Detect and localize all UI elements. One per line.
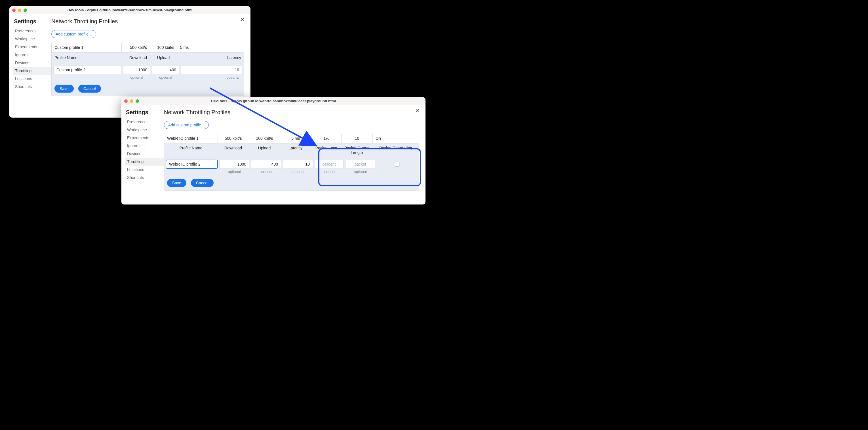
sidebar-item-shortcuts[interactable]: Shortcuts (13, 83, 51, 91)
upload-hint: optional (152, 75, 179, 80)
latency-input[interactable]: 10 (181, 66, 242, 74)
save-button[interactable]: Save (167, 179, 186, 187)
col-packet-loss: Packet Loss (311, 143, 341, 152)
sidebar-item-throttling[interactable]: Throttling (13, 67, 51, 75)
traffic-lights (12, 8, 27, 12)
zoom-dot-icon[interactable] (24, 8, 27, 12)
upload-hint: optional (251, 170, 281, 174)
profile-name-cell: WebRTC profile 1 (164, 134, 218, 143)
packet-loss-input[interactable]: percent (315, 160, 343, 168)
sidebar-item-workspace[interactable]: Workspace (125, 126, 164, 134)
close-icon[interactable]: ✕ (415, 108, 420, 113)
traffic-lights (124, 99, 139, 103)
table-row[interactable]: Custom profile 1 500 kbit/s 100 kbit/s 5… (52, 42, 244, 53)
col-download: Download (218, 143, 249, 152)
upload-input[interactable]: 400 (152, 66, 179, 74)
sidebar-item-preferences[interactable]: Preferences (13, 27, 51, 35)
zoom-dot-icon[interactable] (135, 99, 139, 103)
table-header-row: Profile Name Download Upload Latency (52, 53, 244, 63)
titlebar: DevTools - orphis.github.io/webrtc-sandb… (9, 6, 250, 14)
packet-loss-hint: optional (315, 170, 343, 174)
col-latency: Latency (280, 143, 311, 152)
latency-hint: optional (181, 75, 242, 80)
packet-reordering-cell: On (372, 134, 419, 143)
main-panel: ✕ Network Throttling Profiles Add custom… (164, 105, 426, 204)
profile-name-cell: Custom profile 1 (52, 43, 121, 52)
table-row[interactable]: WebRTC profile 1 500 kbit/s 100 kbit/s 5… (164, 133, 419, 143)
throttling-profiles-table: Custom profile 1 500 kbit/s 100 kbit/s 5… (51, 42, 244, 96)
edit-row: Custom profile 2 1000 400 10 (52, 63, 244, 75)
sidebar-item-shortcuts[interactable]: Shortcuts (125, 174, 164, 181)
col-profile-name: Profile Name (164, 143, 218, 152)
upload-cell: 100 kbit/s (150, 43, 177, 52)
edit-row: WebRTC profile 2 1000 400 10 percent pac… (164, 157, 419, 170)
hints-row: optional optional optional optional opti… (164, 170, 419, 177)
latency-hint: optional (283, 170, 313, 174)
download-cell: 500 kbit/s (121, 43, 150, 52)
sidebar-item-preferences[interactable]: Preferences (125, 118, 164, 126)
settings-heading: Settings (125, 109, 164, 116)
profile-name-input[interactable]: WebRTC profile 2 (166, 160, 218, 168)
devtools-window-after: DevTools - orphis.github.io/webrtc-sandb… (121, 97, 426, 204)
packet-queue-cell: 10 (341, 134, 372, 143)
sidebar-item-throttling[interactable]: Throttling (125, 157, 164, 166)
settings-heading: Settings (13, 18, 51, 25)
minimize-dot-icon[interactable] (130, 99, 133, 103)
packet-loss-cell: 1% (311, 134, 341, 143)
col-latency: Latency (177, 53, 244, 62)
add-custom-profile-button[interactable]: Add custom profile... (51, 30, 96, 38)
minimize-dot-icon[interactable] (18, 8, 21, 12)
col-packet-queue: Packet Queue Length (341, 143, 372, 157)
table-header-row: Profile Name Download Upload Latency Pac… (164, 143, 419, 157)
download-hint: optional (123, 75, 150, 80)
settings-sidebar: Settings Preferences Workspace Experimen… (121, 105, 164, 204)
sidebar-item-locations[interactable]: Locations (13, 75, 51, 83)
close-dot-icon[interactable] (124, 99, 128, 103)
upload-input[interactable]: 400 (251, 160, 281, 168)
col-profile-name: Profile Name (52, 53, 121, 62)
titlebar: DevTools - orphis.github.io/webrtc-sandb… (121, 97, 426, 105)
sidebar-item-experiments[interactable]: Experiments (13, 43, 51, 51)
sidebar-item-devices[interactable]: Devices (125, 150, 164, 157)
download-hint: optional (219, 170, 249, 174)
hints-row: optional optional optional (52, 75, 244, 82)
sidebar-item-ignore-list[interactable]: Ignore List (125, 142, 164, 150)
download-input[interactable]: 1000 (123, 66, 150, 74)
download-input[interactable]: 1000 (219, 160, 249, 168)
sidebar-item-ignore-list[interactable]: Ignore List (13, 51, 51, 59)
sidebar-item-workspace[interactable]: Workspace (13, 35, 51, 43)
window-title: DevTools - orphis.github.io/webrtc-sandb… (9, 8, 250, 12)
save-button[interactable]: Save (55, 85, 74, 93)
throttling-profiles-table: WebRTC profile 1 500 kbit/s 100 kbit/s 5… (164, 133, 419, 191)
close-dot-icon[interactable] (12, 8, 16, 12)
window-title: DevTools - orphis.github.io/webrtc-sandb… (121, 99, 426, 103)
add-custom-profile-button[interactable]: Add custom profile... (164, 121, 209, 129)
cancel-button[interactable]: Cancel (78, 85, 101, 93)
upload-cell: 100 kbit/s (249, 134, 280, 143)
latency-cell: 5 ms (280, 134, 311, 143)
page-title: Network Throttling Profiles (51, 18, 244, 27)
packet-reordering-checkbox[interactable] (395, 162, 399, 166)
settings-sidebar: Settings Preferences Workspace Experimen… (9, 14, 51, 118)
col-upload: Upload (249, 143, 280, 152)
col-upload: Upload (150, 53, 177, 62)
packet-queue-input[interactable]: packet (345, 160, 375, 168)
latency-input[interactable]: 10 (283, 160, 313, 168)
cancel-button[interactable]: Cancel (191, 179, 214, 187)
button-row: Save Cancel (164, 177, 419, 190)
button-row: Save Cancel (52, 82, 244, 96)
profile-name-input[interactable]: Custom profile 2 (53, 66, 121, 74)
close-icon[interactable]: ✕ (241, 17, 245, 22)
latency-cell: 5 ms (177, 43, 244, 52)
col-download: Download (121, 53, 150, 62)
sidebar-item-experiments[interactable]: Experiments (125, 134, 164, 142)
sidebar-item-devices[interactable]: Devices (13, 59, 51, 67)
packet-queue-hint: optional (345, 170, 375, 174)
download-cell: 500 kbit/s (218, 134, 249, 143)
col-packet-reordering: Packet Reordering (372, 143, 419, 152)
page-title: Network Throttling Profiles (164, 109, 419, 118)
sidebar-item-locations[interactable]: Locations (125, 166, 164, 174)
